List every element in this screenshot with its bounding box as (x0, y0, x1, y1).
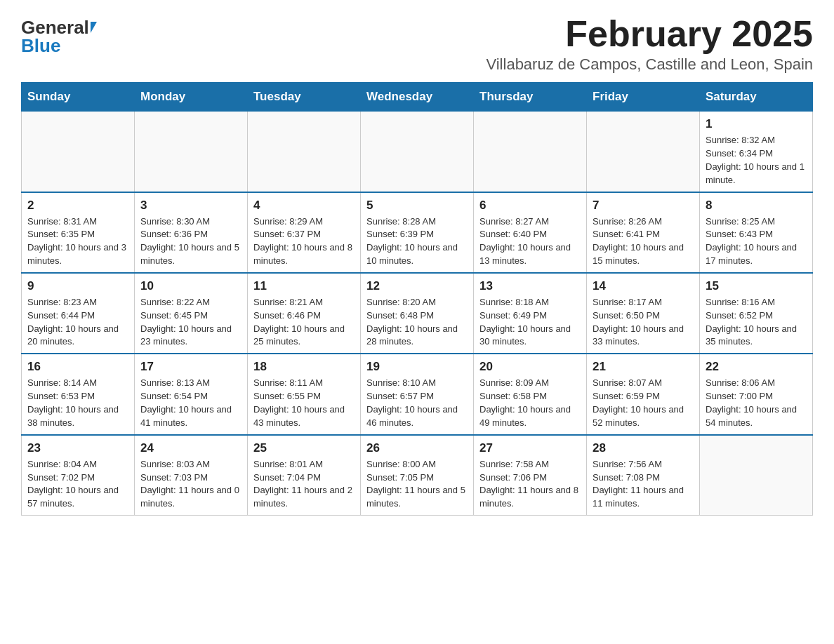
calendar-week-row: 16Sunrise: 8:14 AMSunset: 6:53 PMDayligh… (22, 354, 813, 434)
day-of-week-header: Friday (587, 83, 700, 112)
day-info: Sunrise: 8:23 AMSunset: 6:44 PMDaylight:… (27, 296, 128, 349)
day-info: Sunrise: 8:28 AMSunset: 6:39 PMDaylight:… (366, 215, 468, 268)
calendar-day-cell (700, 435, 813, 516)
day-info: Sunrise: 8:17 AMSunset: 6:50 PMDaylight:… (593, 296, 694, 349)
day-number: 5 (366, 199, 468, 213)
day-of-week-header: Saturday (700, 83, 813, 112)
day-info: Sunrise: 8:16 AMSunset: 6:52 PMDaylight:… (706, 296, 807, 349)
calendar-day-cell: 19Sunrise: 8:10 AMSunset: 6:57 PMDayligh… (361, 354, 474, 434)
day-info: Sunrise: 8:01 AMSunset: 7:04 PMDaylight:… (253, 458, 355, 511)
day-number: 26 (366, 441, 468, 455)
calendar-week-row: 9Sunrise: 8:23 AMSunset: 6:44 PMDaylight… (22, 273, 813, 354)
calendar-day-cell: 7Sunrise: 8:26 AMSunset: 6:41 PMDaylight… (587, 192, 700, 273)
logo-general-text: General (21, 18, 89, 36)
location-title: Villabaruz de Campos, Castille and Leon,… (486, 55, 813, 74)
day-number: 2 (27, 199, 128, 213)
day-info: Sunrise: 8:03 AMSunset: 7:03 PMDaylight:… (140, 458, 241, 511)
day-number: 8 (706, 199, 807, 213)
calendar-day-cell: 13Sunrise: 8:18 AMSunset: 6:49 PMDayligh… (474, 273, 587, 354)
day-number: 13 (479, 279, 581, 293)
day-number: 24 (140, 441, 241, 455)
calendar-table: SundayMondayTuesdayWednesdayThursdayFrid… (21, 82, 813, 516)
day-number: 17 (140, 360, 241, 374)
day-info: Sunrise: 8:30 AMSunset: 6:36 PMDaylight:… (140, 215, 241, 268)
day-number: 21 (593, 360, 694, 374)
day-number: 15 (706, 279, 807, 293)
calendar-day-cell: 17Sunrise: 8:13 AMSunset: 6:54 PMDayligh… (135, 354, 248, 434)
day-number: 20 (479, 360, 581, 374)
calendar-day-cell: 18Sunrise: 8:11 AMSunset: 6:55 PMDayligh… (248, 354, 361, 434)
day-info: Sunrise: 8:06 AMSunset: 7:00 PMDaylight:… (706, 377, 807, 429)
day-number: 25 (253, 441, 355, 455)
calendar-week-row: 1Sunrise: 8:32 AMSunset: 6:34 PMDaylight… (22, 112, 813, 192)
day-number: 18 (253, 360, 355, 374)
day-number: 14 (593, 279, 694, 293)
logo-blue-text: Blue (21, 35, 60, 56)
day-info: Sunrise: 8:09 AMSunset: 6:58 PMDaylight:… (479, 377, 581, 429)
calendar-day-cell: 5Sunrise: 8:28 AMSunset: 6:39 PMDaylight… (361, 192, 474, 273)
calendar-day-cell: 27Sunrise: 7:58 AMSunset: 7:06 PMDayligh… (474, 435, 587, 516)
calendar-day-cell (361, 112, 474, 192)
calendar-day-cell: 24Sunrise: 8:03 AMSunset: 7:03 PMDayligh… (135, 435, 248, 516)
day-number: 9 (27, 279, 128, 293)
day-info: Sunrise: 8:00 AMSunset: 7:05 PMDaylight:… (366, 458, 468, 511)
calendar-day-cell (587, 112, 700, 192)
calendar-day-cell: 8Sunrise: 8:25 AMSunset: 6:43 PMDaylight… (700, 192, 813, 273)
calendar-week-row: 2Sunrise: 8:31 AMSunset: 6:35 PMDaylight… (22, 192, 813, 273)
day-info: Sunrise: 8:14 AMSunset: 6:53 PMDaylight:… (27, 377, 128, 429)
calendar-day-cell (474, 112, 587, 192)
day-number: 7 (593, 199, 694, 213)
day-info: Sunrise: 7:58 AMSunset: 7:06 PMDaylight:… (479, 458, 581, 511)
day-number: 4 (253, 199, 355, 213)
day-info: Sunrise: 8:13 AMSunset: 6:54 PMDaylight:… (140, 377, 241, 429)
day-info: Sunrise: 8:29 AMSunset: 6:37 PMDaylight:… (253, 215, 355, 268)
calendar-day-cell: 15Sunrise: 8:16 AMSunset: 6:52 PMDayligh… (700, 273, 813, 354)
calendar-day-cell: 1Sunrise: 8:32 AMSunset: 6:34 PMDaylight… (700, 112, 813, 192)
calendar-day-cell: 22Sunrise: 8:06 AMSunset: 7:00 PMDayligh… (700, 354, 813, 434)
day-number: 11 (253, 279, 355, 293)
calendar-day-cell: 2Sunrise: 8:31 AMSunset: 6:35 PMDaylight… (22, 192, 135, 273)
calendar-day-cell: 9Sunrise: 8:23 AMSunset: 6:44 PMDaylight… (22, 273, 135, 354)
day-number: 16 (27, 360, 128, 374)
day-info: Sunrise: 8:04 AMSunset: 7:02 PMDaylight:… (27, 458, 128, 511)
calendar-day-cell: 4Sunrise: 8:29 AMSunset: 6:37 PMDaylight… (248, 192, 361, 273)
day-info: Sunrise: 8:11 AMSunset: 6:55 PMDaylight:… (253, 377, 355, 429)
calendar-day-cell: 6Sunrise: 8:27 AMSunset: 6:40 PMDaylight… (474, 192, 587, 273)
title-block: February 2025 Villabaruz de Campos, Cast… (486, 14, 813, 74)
day-number: 23 (27, 441, 128, 455)
day-of-week-header: Wednesday (361, 83, 474, 112)
day-number: 27 (479, 441, 581, 455)
day-info: Sunrise: 8:32 AMSunset: 6:34 PMDaylight:… (706, 134, 807, 187)
calendar-day-cell: 3Sunrise: 8:30 AMSunset: 6:36 PMDaylight… (135, 192, 248, 273)
day-info: Sunrise: 7:56 AMSunset: 7:08 PMDaylight:… (593, 458, 694, 511)
day-of-week-header: Sunday (22, 83, 135, 112)
logo-triangle-icon (91, 22, 97, 33)
calendar-day-cell: 28Sunrise: 7:56 AMSunset: 7:08 PMDayligh… (587, 435, 700, 516)
day-info: Sunrise: 8:25 AMSunset: 6:43 PMDaylight:… (706, 215, 807, 268)
day-number: 28 (593, 441, 694, 455)
day-number: 1 (706, 117, 807, 131)
day-info: Sunrise: 8:10 AMSunset: 6:57 PMDaylight:… (366, 377, 468, 429)
day-info: Sunrise: 8:27 AMSunset: 6:40 PMDaylight:… (479, 215, 581, 268)
calendar-day-cell: 11Sunrise: 8:21 AMSunset: 6:46 PMDayligh… (248, 273, 361, 354)
page-header: General Blue February 2025 Villabaruz de… (21, 14, 813, 74)
day-info: Sunrise: 8:21 AMSunset: 6:46 PMDaylight:… (253, 296, 355, 349)
days-of-week-row: SundayMondayTuesdayWednesdayThursdayFrid… (22, 83, 813, 112)
day-number: 3 (140, 199, 241, 213)
calendar-day-cell: 21Sunrise: 8:07 AMSunset: 6:59 PMDayligh… (587, 354, 700, 434)
day-number: 19 (366, 360, 468, 374)
day-info: Sunrise: 8:31 AMSunset: 6:35 PMDaylight:… (27, 215, 128, 268)
day-number: 6 (479, 199, 581, 213)
calendar-body: 1Sunrise: 8:32 AMSunset: 6:34 PMDaylight… (22, 112, 813, 516)
day-number: 12 (366, 279, 468, 293)
day-info: Sunrise: 8:07 AMSunset: 6:59 PMDaylight:… (593, 377, 694, 429)
day-of-week-header: Thursday (474, 83, 587, 112)
calendar-day-cell: 14Sunrise: 8:17 AMSunset: 6:50 PMDayligh… (587, 273, 700, 354)
calendar-day-cell (135, 112, 248, 192)
day-number: 10 (140, 279, 241, 293)
day-of-week-header: Monday (135, 83, 248, 112)
calendar-day-cell: 12Sunrise: 8:20 AMSunset: 6:48 PMDayligh… (361, 273, 474, 354)
calendar-header: SundayMondayTuesdayWednesdayThursdayFrid… (22, 83, 813, 112)
calendar-day-cell (22, 112, 135, 192)
calendar-day-cell: 25Sunrise: 8:01 AMSunset: 7:04 PMDayligh… (248, 435, 361, 516)
